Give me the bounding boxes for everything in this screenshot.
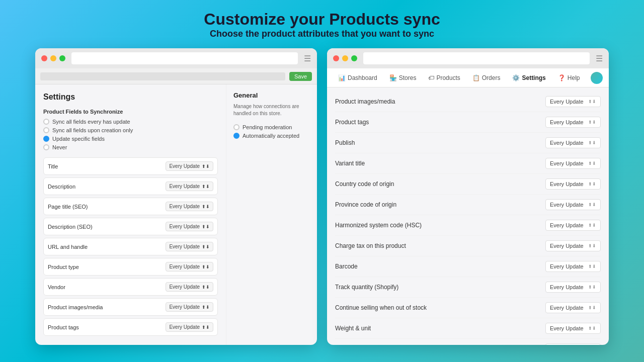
right-field-select-1[interactable]: Every Update ⬆⬇ (545, 117, 601, 128)
chevron-icon-2: ⬆⬇ (202, 204, 210, 209)
green-dot (59, 55, 65, 61)
left-field-select-1[interactable]: Every Update ⬆⬇ (166, 182, 213, 191)
radio-option-2[interactable]: Update specific fields (43, 136, 218, 142)
right-field-select-3[interactable]: Every Update ⬆⬇ (545, 158, 601, 169)
nav-products-label: Products (436, 74, 460, 81)
general-option-0[interactable]: Pending moderation (233, 124, 310, 130)
left-field-select-5[interactable]: Every Update ⬆⬇ (166, 262, 213, 272)
right-settings-content: Product images/media Every Update ⬆⬇ Pro… (327, 87, 609, 345)
left-field-select-3[interactable]: Every Update ⬆⬇ (166, 222, 213, 231)
nav-help[interactable]: ❓ Help (553, 70, 585, 85)
page-header: Customize your Products sync Choose the … (204, 10, 440, 39)
right-field-select-12[interactable]: Every Update ⬆⬇ (545, 343, 601, 345)
right-field-value-1: Every Update (550, 119, 584, 125)
red-dot (41, 55, 47, 61)
left-field-label-2: Page title (SEO) (48, 204, 88, 210)
nav-products[interactable]: 🏷 Products (423, 70, 465, 85)
left-field-row-1: Description Every Update ⬆⬇ (43, 177, 218, 195)
right-field-row-4: Country code of origin Every Update ⬆⬇ (335, 174, 601, 195)
general-label-1: Automatically accepted (243, 133, 299, 139)
right-field-label-0: Product images/media (335, 98, 395, 105)
right-field-select-5[interactable]: Every Update ⬆⬇ (545, 199, 601, 210)
chevron-icon-8: ⬆⬇ (202, 325, 210, 330)
left-field-row-7: Product images/media Every Update ⬆⬇ (43, 298, 218, 316)
left-field-value-6: Every Update (169, 284, 200, 290)
left-field-select-8[interactable]: Every Update ⬆⬇ (166, 322, 213, 332)
radio-label-3: Never (52, 144, 67, 150)
left-field-value-0: Every Update (169, 163, 200, 169)
left-field-row-8: Product tags Every Update ⬆⬇ (43, 318, 218, 336)
radio-label-2: Update specific fields (52, 136, 105, 142)
right-field-row-12: Fulfillment Service Every Update ⬆⬇ (335, 339, 601, 345)
gear-icon: ⚙️ (512, 74, 520, 81)
left-field-select-0[interactable]: Every Update ⬆⬇ (166, 161, 213, 171)
right-chevron-icon-5: ⬆⬇ (588, 202, 596, 207)
chevron-icon-6: ⬆⬇ (202, 285, 210, 290)
right-yellow-dot (342, 55, 348, 61)
left-menu-icon: ☰ (304, 54, 311, 63)
left-content: Settings Product Fields to Synchronize S… (35, 84, 317, 345)
radio-option-0[interactable]: Sync all fields every has update (43, 119, 218, 125)
left-field-select-7[interactable]: Every Update ⬆⬇ (166, 302, 213, 312)
right-field-row-0: Product images/media Every Update ⬆⬇ (335, 92, 601, 112)
left-field-row-5: Product type Every Update ⬆⬇ (43, 258, 218, 276)
nav-stores[interactable]: 🏪 Stores (384, 70, 422, 85)
right-field-row-3: Variant title Every Update ⬆⬇ (335, 153, 601, 174)
right-field-select-10[interactable]: Every Update ⬆⬇ (545, 302, 601, 313)
right-field-value-8: Every Update (550, 263, 584, 269)
right-field-row-10: Continue selling when out of stock Every… (335, 298, 601, 318)
left-field-row-4: URL and handle Every Update ⬆⬇ (43, 238, 218, 255)
nav-orders[interactable]: 📋 Orders (467, 70, 506, 85)
tag-icon: 🏷 (428, 74, 434, 81)
radio-2 (43, 136, 49, 142)
right-field-select-9[interactable]: Every Update ⬆⬇ (545, 282, 601, 293)
left-field-label-0: Title (48, 163, 58, 169)
right-field-select-2[interactable]: Every Update ⬆⬇ (545, 137, 601, 148)
radio-option-1[interactable]: Sync all fields upon creation only (43, 127, 218, 133)
radio-3 (43, 144, 49, 150)
general-radio-0 (233, 124, 239, 130)
radio-option-3[interactable]: Never (43, 144, 218, 150)
right-field-select-0[interactable]: Every Update ⬆⬇ (545, 96, 601, 107)
right-field-row-9: Track quantity (Shopify) Every Update ⬆⬇ (335, 277, 601, 298)
left-field-label-5: Product type (48, 264, 79, 270)
right-field-select-4[interactable]: Every Update ⬆⬇ (545, 178, 601, 190)
chevron-icon-7: ⬆⬇ (202, 305, 210, 310)
right-field-row-1: Product tags Every Update ⬆⬇ (335, 112, 601, 133)
general-desc: Manage how connections are handled on th… (233, 103, 310, 117)
left-field-label-1: Description (48, 184, 75, 190)
nav-settings[interactable]: ⚙️ Settings (507, 70, 550, 85)
fields-list: Title Every Update ⬆⬇ Description Every … (43, 157, 218, 336)
left-field-value-8: Every Update (169, 324, 200, 330)
general-radio-1 (233, 133, 239, 139)
right-traffic-lights (333, 55, 357, 61)
right-field-select-8[interactable]: Every Update ⬆⬇ (545, 261, 601, 272)
left-field-select-6[interactable]: Every Update ⬆⬇ (166, 282, 213, 292)
right-field-value-2: Every Update (550, 140, 584, 146)
left-nav: Save (35, 68, 317, 84)
right-field-value-7: Every Update (550, 243, 584, 249)
left-window: ☰ Save Settings Product Fields to Synchr… (35, 48, 317, 345)
right-chevron-icon-9: ⬆⬇ (588, 285, 596, 290)
right-field-row-8: Barcode Every Update ⬆⬇ (335, 256, 601, 277)
sync-section-title: Product Fields to Synchronize (43, 109, 218, 115)
right-field-select-11[interactable]: Every Update ⬆⬇ (545, 323, 601, 334)
windows-container: ☰ Save Settings Product Fields to Synchr… (10, 48, 634, 345)
right-field-select-7[interactable]: Every Update ⬆⬇ (545, 240, 601, 251)
left-field-value-2: Every Update (169, 204, 200, 209)
save-button[interactable]: Save (289, 72, 312, 81)
right-green-dot (351, 55, 357, 61)
nav-dashboard[interactable]: 📊 Dashboard (333, 70, 382, 85)
left-field-row-0: Title Every Update ⬆⬇ (43, 157, 218, 175)
right-field-row-11: Weight & unit Every Update ⬆⬇ (335, 318, 601, 339)
left-field-select-2[interactable]: Every Update ⬆⬇ (166, 202, 213, 211)
right-field-label-2: Publish (335, 139, 355, 146)
left-field-select-4[interactable]: Every Update ⬆⬇ (166, 242, 213, 251)
right-chevron-icon-3: ⬆⬇ (588, 161, 596, 166)
right-chevron-icon-6: ⬆⬇ (588, 223, 596, 228)
right-field-value-0: Every Update (550, 99, 584, 105)
order-icon: 📋 (472, 74, 480, 81)
right-field-row-7: Charge tax on this product Every Update … (335, 236, 601, 256)
general-option-1[interactable]: Automatically accepted (233, 133, 310, 139)
right-field-select-6[interactable]: Every Update ⬆⬇ (545, 220, 601, 231)
